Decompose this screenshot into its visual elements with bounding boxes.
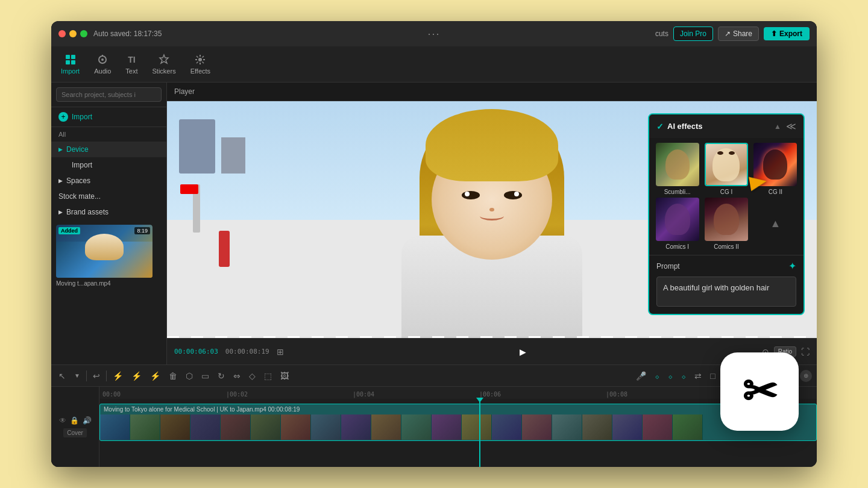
effect-scumbling[interactable]: Scumbli... [654, 143, 700, 195]
mirror-tool[interactable]: ⇔ [231, 370, 243, 382]
toolbar-stickers[interactable]: Stickers [153, 54, 176, 75]
title-bar-center: ··· [427, 28, 440, 40]
track-lock-icon[interactable]: 🔒 [70, 416, 79, 425]
stickers-icon [158, 54, 170, 66]
playhead[interactable] [479, 399, 480, 467]
frame-4 [190, 414, 221, 440]
segment-tool[interactable]: ⬦ [665, 370, 675, 382]
close-button[interactable] [58, 30, 66, 37]
effect-thumb-comics2 [705, 198, 748, 241]
toolbar-audio[interactable]: Audio [94, 54, 111, 75]
speed-tool[interactable]: ⬦ [679, 370, 688, 382]
play-button[interactable]: ▶ [514, 343, 531, 360]
audio-icon [96, 54, 108, 66]
join-pro-button[interactable]: Join Pro [673, 27, 713, 41]
effect-cg2[interactable]: CG II [752, 143, 799, 195]
effect-thumb-scumbling [656, 143, 699, 186]
frame-7 [281, 414, 311, 440]
media-filename: Moving t...apan.mp4 [56, 280, 153, 287]
keyframe-tool[interactable]: ⬦ [652, 370, 662, 382]
search-input[interactable] [56, 87, 162, 102]
sidebar-item-device[interactable]: ▶ Device [51, 142, 166, 157]
timeline-area: 👁 🔒 🔊 Cover 00:00 |00:02 |00:04 |00:06 |… [51, 387, 817, 467]
shield-tool[interactable]: ⬡ [183, 370, 195, 382]
frame-18 [612, 414, 643, 440]
export-button[interactable]: ⬆ Export [764, 27, 810, 40]
transition-tool[interactable]: ⇄ [692, 370, 704, 382]
svg-rect-1 [71, 55, 75, 59]
auto-saved-text: Auto saved: 18:17:35 [93, 30, 162, 38]
layout-icon[interactable]: ⊞ [277, 347, 284, 357]
more-options-button[interactable]: ··· [427, 28, 440, 40]
effect-comics2[interactable]: Comics II [703, 198, 749, 250]
collapse-icon[interactable]: ▲ [774, 122, 781, 131]
frame-15 [522, 414, 552, 440]
delete-tool[interactable]: 🗑 [166, 370, 180, 382]
undo-tool[interactable]: ↩ [90, 370, 102, 382]
image-tool[interactable]: 🖼 [278, 370, 291, 382]
crop-tool[interactable]: ⬚ [262, 370, 274, 382]
left-sidebar: + Import All ▶ Device Import ▶ Spaces St… [51, 83, 167, 364]
ruler-mark-8: |00:08 [606, 391, 627, 398]
prompt-header: Prompt ✦ [656, 260, 796, 272]
effect-cg1[interactable]: CG I [703, 143, 749, 195]
thumbnail-image: Added 8:19 [56, 225, 153, 278]
svg-rect-3 [71, 60, 75, 64]
rotate-tool[interactable]: ↻ [215, 370, 227, 382]
cg1-image [706, 144, 747, 185]
player-video: 🌳 [167, 101, 817, 338]
shortcuts-text: cuts [655, 30, 668, 38]
split-right-tool[interactable]: ⚡ [129, 370, 144, 382]
track-audio-icon[interactable]: 🔊 [83, 416, 92, 425]
minimize-button[interactable] [69, 30, 77, 37]
select-tool[interactable]: ↖ [56, 370, 68, 382]
toolbar-text[interactable]: TI Text [125, 54, 137, 75]
fullscreen-icon[interactable]: ⛶ [801, 347, 810, 357]
scroll-up-icon[interactable]: ▲ [770, 217, 781, 230]
share-button[interactable]: ↗ Share [718, 27, 759, 41]
frame-11 [401, 414, 432, 440]
cover-label: Cover [63, 428, 87, 437]
tool-dropdown[interactable]: ▼ [72, 371, 83, 380]
diamond-tool[interactable]: ◇ [247, 370, 258, 382]
toolbar-import[interactable]: Import [61, 54, 80, 75]
prompt-text[interactable]: A beautiful girl with golden hair [656, 277, 796, 307]
frame-12 [432, 414, 462, 440]
prompt-label: Prompt [656, 262, 680, 271]
sidebar-item-brand-assets[interactable]: ▶ Brand assets [51, 204, 166, 220]
toolbar-effects[interactable]: Effects [190, 54, 210, 75]
frame-16 [552, 414, 582, 440]
comics2-image [705, 198, 748, 241]
split-tool[interactable]: ⚡ [110, 370, 125, 382]
video-clip[interactable]: Moving to Tokyo alone for Medical School… [99, 404, 817, 441]
sidebar-import-button[interactable]: + Import [51, 107, 166, 127]
prompt-section: Prompt ✦ A beautiful girl with golden ha… [649, 255, 804, 314]
media-thumbnail[interactable]: Added 8:19 Moving t...apan.mp4 [56, 225, 153, 287]
maximize-button[interactable] [80, 30, 87, 37]
split-left-tool[interactable]: ⚡ [148, 370, 163, 382]
effect-label-scumbling: Scumbli... [664, 189, 691, 195]
frame-17 [582, 414, 612, 440]
frame-20 [673, 414, 703, 440]
plus-icon: + [58, 112, 68, 122]
ruler-mark-6: |00:06 [479, 391, 501, 398]
mic-icon[interactable]: 🎤 [634, 370, 649, 382]
check-icon: ✓ [656, 122, 664, 131]
cg2-image [753, 143, 797, 186]
sidebar-item-spaces[interactable]: ▶ Spaces [51, 173, 166, 189]
frame-tool[interactable]: ▭ [199, 370, 212, 382]
close-panel-icon[interactable]: ≪ [786, 120, 796, 132]
svg-point-6 [198, 58, 202, 61]
sidebar-item-stock[interactable]: Stock mate... [51, 189, 166, 204]
effect-comics1[interactable]: Comics I [654, 198, 700, 250]
fit-tool[interactable]: ⊕ [800, 370, 812, 382]
timeline-toolbar: ↖ ▼ ↩ ⚡ ⚡ ⚡ 🗑 ⬡ ▭ ↻ ⇔ ◇ ⬚ 🖼 🎤 ⬦ ⬦ ⬦ ⇄ □ … [51, 365, 817, 387]
frame-13 [462, 414, 492, 440]
sidebar-import-item[interactable]: Import [51, 157, 166, 173]
scroll-up-item[interactable]: ▲ [752, 198, 799, 250]
track-eye-icon[interactable]: 👁 [59, 416, 66, 425]
effect-thumb-cg2 [753, 143, 797, 186]
player-controls: 00:00:06:03 00:00:08:19 ⊞ ▶ ⊙ Ratio ⛶ [167, 338, 817, 364]
capcut-logo: ✂ [720, 352, 799, 431]
caption-tool[interactable]: □ [708, 370, 717, 382]
